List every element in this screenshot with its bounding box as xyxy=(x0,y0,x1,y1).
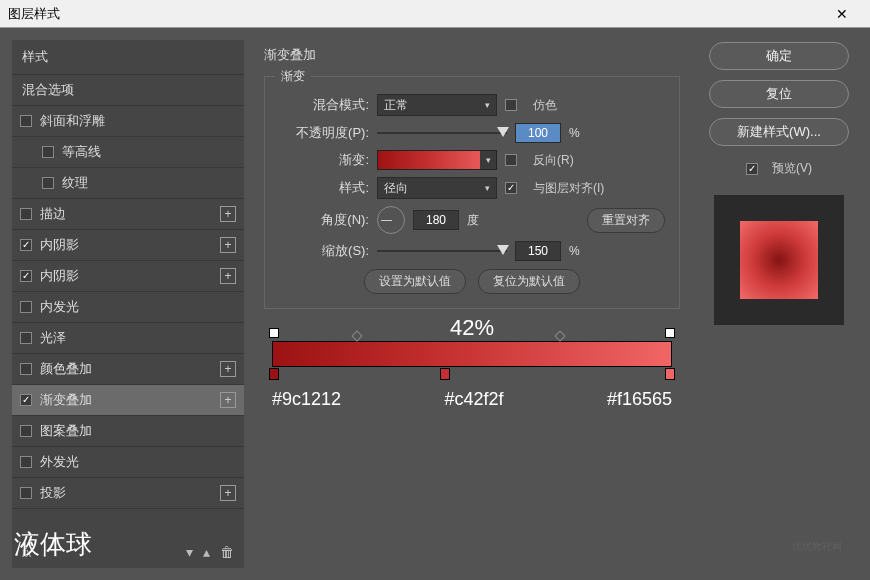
style-item-4[interactable]: 内阴影+ xyxy=(12,230,244,261)
align-layer-label: 与图层对齐(I) xyxy=(533,180,604,197)
chevron-down-icon: ▾ xyxy=(485,183,490,193)
style-list: 斜面和浮雕等高线纹理描边+内阴影+内阴影+内发光光泽颜色叠加+渐变叠加+图案叠加… xyxy=(12,106,244,536)
angle-unit: 度 xyxy=(467,212,479,229)
style-item-8[interactable]: 颜色叠加+ xyxy=(12,354,244,385)
window-title: 图层样式 xyxy=(8,5,822,23)
style-checkbox[interactable] xyxy=(42,177,54,189)
dither-label: 仿色 xyxy=(533,97,557,114)
reverse-checkbox[interactable] xyxy=(505,154,517,166)
style-item-7[interactable]: 光泽 xyxy=(12,323,244,354)
dither-checkbox[interactable] xyxy=(505,99,517,111)
style-item-9[interactable]: 渐变叠加+ xyxy=(12,385,244,416)
opacity-stop[interactable] xyxy=(269,328,279,338)
style-item-label: 内阴影 xyxy=(40,267,220,285)
style-item-5[interactable]: 内阴影+ xyxy=(12,261,244,292)
style-select[interactable]: 径向▾ xyxy=(377,177,497,199)
style-checkbox[interactable] xyxy=(20,425,32,437)
add-effect-icon[interactable]: + xyxy=(220,392,236,408)
scale-label: 缩放(S): xyxy=(279,242,369,260)
fieldset-label: 渐变 xyxy=(275,68,311,85)
opacity-label: 不透明度(P): xyxy=(279,124,369,142)
align-layer-checkbox[interactable] xyxy=(505,182,517,194)
titlebar: 图层样式 ✕ xyxy=(0,0,870,28)
style-item-0[interactable]: 斜面和浮雕 xyxy=(12,106,244,137)
section-title: 渐变叠加 xyxy=(264,46,680,64)
add-effect-icon[interactable]: + xyxy=(220,237,236,253)
style-item-label: 图案叠加 xyxy=(40,422,236,440)
style-item-11[interactable]: 外发光 xyxy=(12,447,244,478)
gradient-label: 渐变: xyxy=(279,151,369,169)
style-item-label: 内阴影 xyxy=(40,236,220,254)
color-stop[interactable] xyxy=(269,368,279,380)
scale-input[interactable] xyxy=(515,241,561,261)
midpoint-stop[interactable] xyxy=(554,330,565,341)
scale-unit: % xyxy=(569,244,580,258)
style-item-label: 光泽 xyxy=(40,329,236,347)
add-effect-icon[interactable]: + xyxy=(220,485,236,501)
set-default-button[interactable]: 设置为默认值 xyxy=(364,269,466,294)
new-style-button[interactable]: 新建样式(W)... xyxy=(709,118,849,146)
gradient-editor: 42% #9c1212 #c42f2f #f16565 xyxy=(264,341,680,410)
style-item-6[interactable]: 内发光 xyxy=(12,292,244,323)
add-effect-icon[interactable]: + xyxy=(220,206,236,222)
style-checkbox[interactable] xyxy=(20,363,32,375)
style-checkbox[interactable] xyxy=(20,301,32,313)
style-item-10[interactable]: 图案叠加 xyxy=(12,416,244,447)
style-checkbox[interactable] xyxy=(20,394,32,406)
layer-name: 液体球 xyxy=(14,527,92,562)
preview-swatch xyxy=(740,221,818,299)
scale-slider[interactable] xyxy=(377,243,507,259)
style-checkbox[interactable] xyxy=(20,208,32,220)
style-checkbox[interactable] xyxy=(20,332,32,344)
trash-icon[interactable]: 🗑 xyxy=(220,544,234,560)
reverse-label: 反向(R) xyxy=(533,152,574,169)
chevron-up-icon[interactable]: ▴ xyxy=(203,544,210,560)
style-item-label: 纹理 xyxy=(62,174,236,192)
right-panel: 确定 复位 新建样式(W)... 预览(V) xyxy=(700,40,858,568)
style-item-3[interactable]: 描边+ xyxy=(12,199,244,230)
style-item-2[interactable]: 纹理 xyxy=(12,168,244,199)
reset-button[interactable]: 复位 xyxy=(709,80,849,108)
midpoint-label: 42% xyxy=(450,315,494,341)
sidebar: 样式 混合选项 斜面和浮雕等高线纹理描边+内阴影+内阴影+内发光光泽颜色叠加+渐… xyxy=(12,40,244,568)
opacity-stop[interactable] xyxy=(665,328,675,338)
close-icon[interactable]: ✕ xyxy=(822,6,862,22)
blend-options-header[interactable]: 混合选项 xyxy=(12,74,244,106)
ok-button[interactable]: 确定 xyxy=(709,42,849,70)
opacity-input[interactable] xyxy=(515,123,561,143)
add-effect-icon[interactable]: + xyxy=(220,361,236,377)
chevron-down-icon: ▾ xyxy=(485,100,490,110)
style-item-1[interactable]: 等高线 xyxy=(12,137,244,168)
center-panel: 渐变叠加 渐变 混合模式: 正常▾ 仿色 不透明度(P): % 渐变: ▾ xyxy=(256,40,688,568)
chevron-down-icon[interactable]: ▾ xyxy=(186,544,193,560)
style-checkbox[interactable] xyxy=(42,146,54,158)
blend-mode-select[interactable]: 正常▾ xyxy=(377,94,497,116)
style-item-12[interactable]: 投影+ xyxy=(12,478,244,509)
style-item-label: 斜面和浮雕 xyxy=(40,112,236,130)
reset-align-button[interactable]: 重置对齐 xyxy=(587,208,665,233)
opacity-slider[interactable] xyxy=(377,125,507,141)
preview-checkbox[interactable] xyxy=(746,163,758,175)
midpoint-stop[interactable] xyxy=(351,330,362,341)
style-checkbox[interactable] xyxy=(20,239,32,251)
angle-dial[interactable] xyxy=(377,206,405,234)
sidebar-header: 样式 xyxy=(12,40,244,74)
reset-default-button[interactable]: 复位为默认值 xyxy=(478,269,580,294)
style-checkbox[interactable] xyxy=(20,115,32,127)
style-item-label: 渐变叠加 xyxy=(40,391,220,409)
color-stop[interactable] xyxy=(440,368,450,380)
dialog-body: 样式 混合选项 斜面和浮雕等高线纹理描边+内阴影+内阴影+内发光光泽颜色叠加+渐… xyxy=(0,28,870,580)
watermark: 优优教程网 xyxy=(792,540,842,554)
gradient-preview[interactable]: ▾ xyxy=(377,150,497,170)
add-effect-icon[interactable]: + xyxy=(220,268,236,284)
gradient-fieldset: 渐变 混合模式: 正常▾ 仿色 不透明度(P): % 渐变: ▾ 反向(R) xyxy=(264,76,680,309)
gradient-bar[interactable] xyxy=(272,341,672,367)
style-checkbox[interactable] xyxy=(20,456,32,468)
style-checkbox[interactable] xyxy=(20,487,32,499)
style-checkbox[interactable] xyxy=(20,270,32,282)
blend-mode-label: 混合模式: xyxy=(279,96,369,114)
angle-input[interactable] xyxy=(413,210,459,230)
color-stop[interactable] xyxy=(665,368,675,380)
style-label: 样式: xyxy=(279,179,369,197)
style-item-label: 等高线 xyxy=(62,143,236,161)
